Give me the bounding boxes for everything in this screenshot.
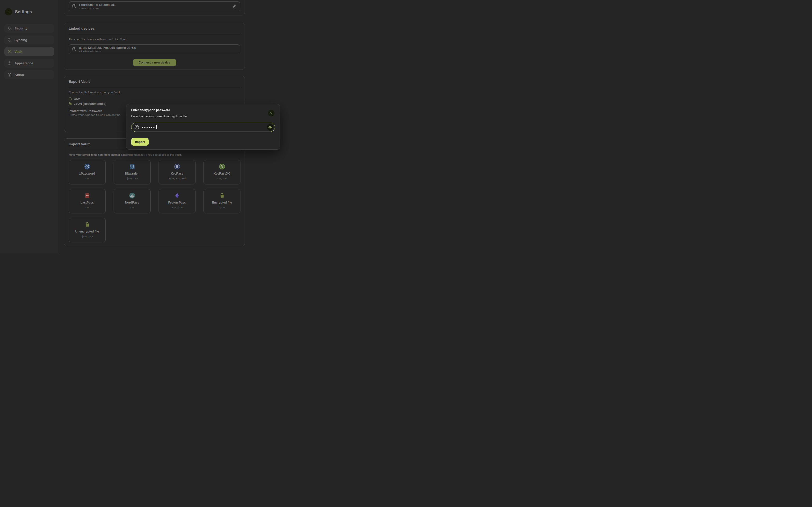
toggle-password-visibility-button[interactable] [267,124,273,131]
close-icon [270,112,273,115]
password-masked-value: •••••••• [142,125,156,129]
import-button[interactable]: Import [131,138,149,146]
eye-icon [268,125,272,129]
modal-description: Enter the password used to encrypt this … [131,115,275,118]
close-modal-button[interactable] [268,110,274,116]
key-icon [134,125,140,130]
decryption-password-modal: Enter decryption password Enter the pass… [126,104,280,150]
decryption-password-input[interactable]: •••••••• [131,123,275,132]
text-caret [156,125,157,129]
modal-title: Enter decryption password [131,108,275,112]
